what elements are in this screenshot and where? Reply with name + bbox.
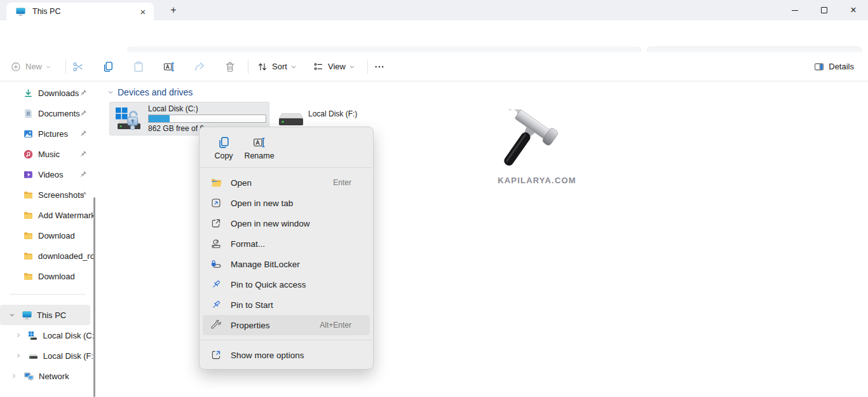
sidebar-tree: This PC Local Disk (C:) Local Disk (F:) … — [0, 305, 95, 386]
sidebar-item-documents[interactable]: Documents — [0, 103, 95, 123]
chevron-right-icon[interactable] — [13, 352, 24, 359]
network-icon — [24, 371, 34, 382]
rename-label: Rename — [244, 151, 274, 160]
menu-item-open[interactable]: Open Enter — [203, 172, 370, 193]
pin-icon — [79, 150, 87, 161]
view-label: View — [328, 62, 346, 71]
menu-item-open-in-new-window[interactable]: Open in new window — [203, 213, 370, 233]
open-new-window-icon — [210, 218, 222, 229]
details-button[interactable]: Details — [813, 61, 854, 73]
sidebar-item-this-pc[interactable]: This PC — [0, 305, 90, 325]
sidebar-item-music[interactable]: Music — [0, 144, 95, 164]
wrench-icon — [210, 319, 222, 331]
details-label: Details — [829, 62, 854, 71]
navigation-bar: › This PC › Search This PC — [0, 20, 868, 52]
pin-icon — [79, 109, 87, 120]
sidebar-item-local-disk-f[interactable]: Local Disk (F:) — [0, 345, 95, 366]
menu-item-pin-to-quick-access[interactable]: Pin to Quick access — [203, 274, 370, 295]
menu-item-open-in-new-tab[interactable]: Open in new tab — [203, 193, 370, 213]
maximize-button[interactable] — [810, 0, 839, 20]
paste-button[interactable] — [132, 60, 145, 73]
sidebar-item-videos[interactable]: Videos — [0, 164, 95, 185]
minimize-icon — [792, 10, 798, 11]
sort-icon — [257, 61, 268, 73]
new-button[interactable]: New — [10, 61, 51, 73]
trash-icon — [224, 60, 236, 73]
sidebar-item-pictures[interactable]: Pictures — [0, 123, 95, 144]
pin-icon — [79, 190, 87, 202]
open-new-tab-icon — [210, 197, 222, 209]
folder-open-icon — [210, 177, 222, 189]
folder-icon — [23, 190, 34, 200]
drive-name: Local Disk (C:) — [148, 104, 268, 113]
hammer-watermark-image — [492, 109, 588, 179]
rename-button[interactable] — [163, 60, 175, 73]
document-icon — [23, 108, 34, 119]
pin-icon — [210, 299, 222, 310]
toolbar-separator — [65, 60, 66, 74]
pin-icon — [79, 170, 87, 181]
sidebar-item-download-2[interactable]: Download — [0, 266, 95, 286]
sidebar-scrollbar[interactable] — [93, 197, 95, 397]
new-tab-button[interactable]: + — [165, 3, 182, 18]
view-icon — [313, 61, 324, 73]
drive-usage-bar — [148, 115, 266, 123]
more-options-button[interactable] — [374, 61, 385, 73]
plus-circle-icon — [10, 61, 22, 73]
sidebar-item-local-disk-c[interactable]: Local Disk (C:) — [0, 325, 95, 345]
sort-label: Sort — [272, 62, 287, 71]
folder-icon — [23, 230, 34, 241]
pictures-icon — [23, 129, 34, 139]
watermark-text: KAPILARYA.COM — [473, 176, 600, 185]
context-menu: Copy Rename Open Enter Open in new tab O… — [199, 127, 374, 370]
sidebar-item-downloaded-ro[interactable]: downloaded_ro — [0, 246, 95, 266]
sort-button[interactable]: Sort — [257, 61, 297, 73]
bitlocker-icon — [210, 258, 222, 270]
chevron-down-icon[interactable] — [6, 311, 18, 319]
copy-button[interactable] — [102, 60, 114, 73]
tab-this-pc[interactable]: This PC × — [6, 3, 154, 20]
close-button[interactable]: × — [839, 0, 868, 20]
chevron-down-icon — [107, 88, 114, 96]
minimize-button[interactable] — [780, 0, 810, 20]
copy-button[interactable]: Copy — [206, 133, 241, 163]
sidebar-item-add-watermark[interactable]: Add Watermark — [0, 205, 95, 225]
toolbar-separator — [367, 60, 368, 74]
cut-button[interactable] — [72, 60, 85, 73]
rename-button[interactable]: Rename — [241, 133, 277, 163]
tab-title: This PC — [32, 7, 136, 16]
group-header-devices-and-drives[interactable]: Devices and drives — [107, 87, 193, 97]
sidebar-item-network[interactable]: Network — [0, 366, 95, 386]
sidebar-item-downloads[interactable]: Downloads — [0, 83, 95, 103]
sidebar-item-download-1[interactable]: Download — [0, 225, 95, 246]
delete-button[interactable] — [224, 60, 236, 73]
format-drive-icon — [210, 238, 222, 249]
maximize-icon — [821, 7, 827, 13]
chevron-right-icon[interactable] — [8, 372, 20, 380]
cut-icon — [72, 60, 85, 73]
menu-separator — [200, 340, 372, 340]
chevron-down-icon — [45, 64, 51, 70]
share-button[interactable] — [193, 60, 206, 73]
menu-item-show-more-options[interactable]: Show more options — [203, 345, 370, 365]
chevron-down-icon — [349, 64, 355, 70]
bitlocker-drive-icon — [115, 106, 144, 136]
sidebar-item-screenshots[interactable]: Screenshots — [0, 185, 95, 205]
view-button[interactable]: View — [313, 61, 355, 73]
computer-icon — [22, 310, 32, 321]
computer-icon — [15, 6, 26, 17]
chevron-right-icon[interactable] — [13, 331, 24, 339]
menu-item-manage-bitlocker[interactable]: Manage BitLocker — [203, 254, 370, 274]
rename-icon — [163, 60, 175, 73]
folder-icon — [23, 271, 34, 282]
paste-icon — [132, 60, 145, 73]
folder-icon — [23, 210, 34, 221]
music-icon — [23, 149, 34, 160]
tab-close-icon[interactable]: × — [136, 4, 150, 18]
details-pane-icon — [813, 61, 825, 73]
copy-label: Copy — [214, 151, 233, 160]
menu-item-properties[interactable]: Properties Alt+Enter — [203, 315, 370, 335]
copy-icon — [217, 136, 231, 150]
menu-item-format[interactable]: Format... — [203, 233, 370, 254]
menu-item-pin-to-start[interactable]: Pin to Start — [203, 295, 370, 315]
